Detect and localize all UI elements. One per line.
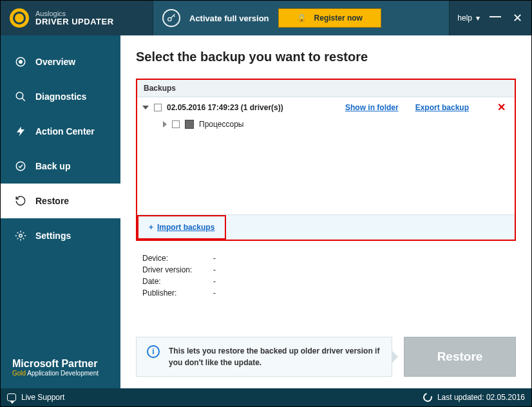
svg-point-3 xyxy=(16,92,23,99)
last-updated-label: Last updated: xyxy=(437,393,486,402)
bolt-icon xyxy=(15,126,26,137)
register-label: Register now xyxy=(314,14,363,23)
detail-date-key: Date: xyxy=(142,277,213,286)
ms-partner-rest: Application Development xyxy=(26,370,99,377)
last-updated: Last updated: 02.05.2016 xyxy=(423,393,525,402)
backup-label: 02.05.2016 17:49:23 (1 driver(s)) xyxy=(167,103,283,112)
sidebar-item-label: Diagnostics xyxy=(35,91,86,102)
ms-partner-title: Microsoft Partner xyxy=(12,358,114,370)
driver-details: Device:- Driver version:- Date:- Publish… xyxy=(136,252,516,299)
svg-point-5 xyxy=(19,234,23,238)
search-icon xyxy=(15,91,26,102)
target-icon xyxy=(15,56,26,68)
help-menu[interactable]: help ▾ xyxy=(457,14,480,23)
show-in-folder-link[interactable]: Show in folder xyxy=(345,103,399,112)
refresh-icon xyxy=(421,391,433,403)
expand-toggle-icon[interactable] xyxy=(142,106,149,109)
sidebar-item-label: Back up xyxy=(35,161,70,171)
window-controls: help ▾ — ✕ xyxy=(450,1,531,35)
chat-icon xyxy=(7,393,16,401)
sidebar: Overview Diagnostics Action Center Back … xyxy=(1,35,120,388)
backup-checkbox[interactable] xyxy=(154,104,162,111)
import-backups-label: Import backups xyxy=(157,223,214,232)
detail-publisher-val: - xyxy=(213,289,216,298)
import-backups-button[interactable]: +Import backups xyxy=(137,215,226,240)
svg-point-2 xyxy=(19,61,23,64)
detail-date-val: - xyxy=(213,277,216,286)
ms-partner-badge: Microsoft Partner Gold Application Devel… xyxy=(1,348,120,388)
sidebar-item-overview[interactable]: Overview xyxy=(1,44,120,79)
backups-header: Backups xyxy=(137,80,515,97)
restore-icon xyxy=(15,195,26,207)
detail-version-val: - xyxy=(213,265,216,274)
product-name: DRIVER UPDATER xyxy=(35,17,114,26)
info-box: i This lets you restore the backed up ol… xyxy=(136,337,392,377)
help-label: help xyxy=(457,14,472,23)
app-logo-block: Auslogics DRIVER UPDATER xyxy=(1,1,153,35)
backup-child-label: Процессоры xyxy=(199,120,244,129)
backup-row[interactable]: 02.05.2016 17:49:23 (1 driver(s)) Show i… xyxy=(137,97,515,117)
expand-child-icon[interactable] xyxy=(163,121,167,128)
delete-backup-icon[interactable]: ✕ xyxy=(497,101,506,113)
last-updated-value: 02.05.2016 xyxy=(486,393,525,402)
statusbar: Live Support Last updated: 02.05.2016 xyxy=(1,388,531,406)
detail-version-key: Driver version: xyxy=(142,265,213,274)
sidebar-item-settings[interactable]: Settings xyxy=(1,218,120,253)
ms-partner-gold: Gold xyxy=(12,370,26,377)
main-panel: Select the backup you want to restore Ba… xyxy=(120,35,531,388)
export-backup-link[interactable]: Export backup xyxy=(415,103,469,112)
backup-child-row[interactable]: Процессоры xyxy=(137,117,515,131)
backup-list: 02.05.2016 17:49:23 (1 driver(s)) Show i… xyxy=(137,97,515,214)
info-text: This lets you restore the backed up olde… xyxy=(169,345,381,368)
cpu-icon xyxy=(185,120,194,129)
minimize-button[interactable]: — xyxy=(489,10,502,23)
live-support-link[interactable]: Live Support xyxy=(7,393,64,402)
sidebar-item-diagnostics[interactable]: Diagnostics xyxy=(1,79,120,114)
chevron-down-icon: ▾ xyxy=(476,14,480,23)
activation-zone: Activate full version 🔒 Register now xyxy=(153,1,450,35)
register-button[interactable]: 🔒 Register now xyxy=(278,8,381,28)
svg-point-4 xyxy=(16,162,25,171)
lock-icon: 🔒 xyxy=(297,14,307,23)
plus-icon: + xyxy=(149,223,153,232)
backups-box: Backups 02.05.2016 17:49:23 (1 driver(s)… xyxy=(136,79,516,241)
restore-button[interactable]: Restore xyxy=(404,337,516,377)
activate-label[interactable]: Activate full version xyxy=(189,14,269,23)
titlebar: Auslogics DRIVER UPDATER Activate full v… xyxy=(1,1,531,35)
detail-device-val: - xyxy=(213,254,216,263)
key-icon xyxy=(162,9,180,27)
sidebar-item-label: Restore xyxy=(35,196,69,206)
sidebar-item-restore[interactable]: Restore xyxy=(1,184,120,218)
sidebar-item-action-center[interactable]: Action Center xyxy=(1,114,120,149)
sidebar-item-backup[interactable]: Back up xyxy=(1,149,120,184)
live-support-label: Live Support xyxy=(21,393,64,402)
page-title: Select the backup you want to restore xyxy=(136,50,516,64)
close-button[interactable]: ✕ xyxy=(511,11,524,25)
app-logo-icon xyxy=(10,8,29,28)
sidebar-item-label: Action Center xyxy=(35,126,95,137)
detail-device-key: Device: xyxy=(142,254,213,263)
clock-check-icon xyxy=(15,160,26,172)
sidebar-item-label: Settings xyxy=(35,231,71,241)
sidebar-item-label: Overview xyxy=(35,57,75,67)
detail-publisher-key: Publisher: xyxy=(142,289,213,298)
info-icon: i xyxy=(147,345,160,358)
gear-icon xyxy=(15,230,26,241)
svg-point-0 xyxy=(168,17,171,21)
child-checkbox[interactable] xyxy=(172,120,180,128)
